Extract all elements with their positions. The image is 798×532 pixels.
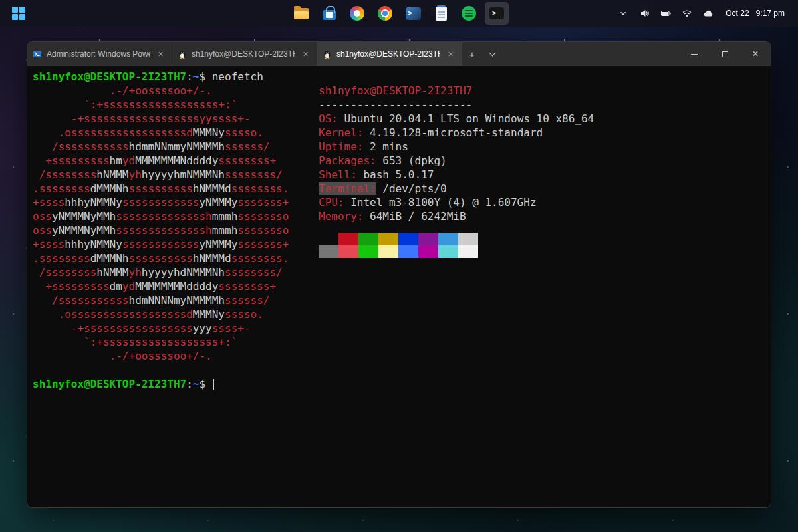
- tab-close-icon[interactable]: [445, 49, 456, 60]
- palette-swatch: [338, 245, 358, 258]
- command-text: neofetch: [212, 70, 263, 83]
- battery-button[interactable]: [656, 3, 675, 23]
- start-button[interactable]: [7, 2, 31, 25]
- taskbar: Oct 22 9:17 pm: [0, 0, 798, 27]
- chrome-icon: [378, 6, 392, 21]
- info-line: Memory: 64MiB / 6242MiB: [319, 209, 594, 223]
- prompt-user-host: sh1nyfox@DESKTOP-2I23TH7: [33, 378, 186, 390]
- taskbar-icon-microsoft-store[interactable]: [317, 2, 341, 25]
- taskbar-icon-notepad[interactable]: [429, 2, 453, 25]
- taskbar-time: 9:17 pm: [756, 9, 785, 18]
- tab-bar: Administrator: Windows PowerS sh1nyfox@D…: [27, 42, 771, 66]
- color-palette: [319, 233, 594, 258]
- palette-swatch: [378, 233, 398, 245]
- desktop-wallpaper: Oct 22 9:17 pm Administrator: Windows Po…: [0, 0, 798, 532]
- tab-wsl-root[interactable]: sh1nyfox@DESKTOP-2I23TH7: /: [172, 42, 317, 66]
- tab-close-icon[interactable]: [300, 49, 311, 60]
- terminal-content[interactable]: sh1nyfox@DESKTOP-2I23TH7:~$ neofetch .-/…: [27, 66, 771, 507]
- taskbar-icon-green-app[interactable]: [457, 2, 481, 25]
- tab-close-icon[interactable]: [155, 49, 166, 60]
- palette-swatch: [319, 245, 338, 258]
- info-line: Uptime: 2 mins: [319, 140, 594, 154]
- palette-swatch: [398, 233, 418, 245]
- tab-title: Administrator: Windows PowerS: [47, 49, 150, 59]
- palette-swatch: [438, 245, 458, 258]
- close-button[interactable]: [740, 42, 771, 66]
- info-line: Kernel: 4.19.128-microsoft-standard: [319, 126, 594, 140]
- info-line: Shell: bash 5.0.17: [319, 168, 594, 182]
- palette-swatch: [438, 233, 458, 245]
- minimize-button[interactable]: [679, 42, 710, 66]
- notepad-icon: [436, 7, 447, 21]
- tab-powershell[interactable]: Administrator: Windows PowerS: [27, 42, 172, 66]
- taskbar-icon-chrome[interactable]: [373, 2, 397, 25]
- prompt-user-host: sh1nyfox@DESKTOP-2I23TH7: [33, 70, 186, 83]
- cloud-icon: [702, 8, 714, 19]
- palette-swatch: [358, 233, 378, 245]
- onedrive-button[interactable]: [699, 3, 718, 23]
- palette-swatch: [358, 245, 378, 258]
- maximize-icon: [722, 51, 728, 57]
- taskbar-icon-file-explorer[interactable]: [289, 2, 313, 25]
- prompt-line-history: sh1nyfox@DESKTOP-2I23TH7:~$ neofetch: [33, 70, 765, 84]
- tux-icon: [323, 49, 332, 59]
- palette-swatch: [319, 233, 338, 245]
- speaker-icon: [639, 8, 650, 19]
- neofetch-separator: ------------------------: [319, 98, 594, 112]
- terminal-icon: [489, 7, 505, 20]
- palette-swatch: [338, 233, 358, 245]
- info-line: OS: Ubuntu 20.04.1 LTS on Windows 10 x86…: [319, 112, 594, 126]
- powershell-icon: [406, 7, 421, 20]
- info-lines: OS: Ubuntu 20.04.1 LTS on Windows 10 x86…: [319, 112, 594, 223]
- text-cursor: [213, 379, 214, 390]
- terminal-window: Administrator: Windows PowerS sh1nyfox@D…: [27, 41, 771, 508]
- tab-title: sh1nyfox@DESKTOP-2I23TH7: ~: [336, 49, 440, 59]
- store-bag-icon: [323, 10, 336, 20]
- neofetch-title: sh1nyfox@DESKTOP-2I23TH7: [319, 84, 594, 98]
- system-tray: Oct 22 9:17 pm: [614, 3, 798, 23]
- tab-dropdown-button[interactable]: [482, 42, 502, 66]
- window-controls: [679, 42, 771, 66]
- info-line: CPU: Intel m3-8100Y (4) @ 1.607GHz: [319, 196, 594, 209]
- titlebar-drag-area[interactable]: [502, 42, 679, 66]
- new-tab-button[interactable]: +: [462, 42, 482, 66]
- chevron-down-icon: [489, 50, 495, 57]
- chevron-down-icon: [618, 9, 628, 18]
- palette-swatch: [458, 245, 478, 258]
- palette-swatch: [378, 245, 398, 258]
- taskbar-icon-powershell[interactable]: [401, 2, 425, 25]
- tab-title: sh1nyfox@DESKTOP-2I23TH7: /: [192, 49, 295, 59]
- windows-logo-icon: [12, 7, 25, 20]
- taskbar-icon-windows-terminal[interactable]: [485, 2, 509, 25]
- taskbar-app-icons: [289, 2, 509, 25]
- palette-swatch: [418, 245, 438, 258]
- tab-wsl-home-active[interactable]: sh1nyfox@DESKTOP-2I23TH7: ~: [317, 42, 462, 66]
- palette-swatch: [458, 233, 478, 245]
- info-line: Terminal: /dev/pts/0: [319, 182, 594, 196]
- green-app-icon: [462, 6, 476, 21]
- tux-icon: [178, 49, 187, 59]
- maximize-button[interactable]: [710, 42, 740, 66]
- taskbar-clock[interactable]: Oct 22 9:17 pm: [720, 6, 790, 21]
- neofetch-info: sh1nyfox@DESKTOP-2I23TH7 ---------------…: [319, 84, 594, 258]
- wifi-icon: [682, 8, 692, 19]
- battery-icon: [660, 8, 672, 19]
- folder-icon: [294, 8, 309, 19]
- neofetch-output: .-/+oossssoo+/-. `:+ssssssssssssssssss+:…: [33, 84, 765, 363]
- taskbar-date: Oct 22: [726, 9, 749, 18]
- volume-button[interactable]: [635, 3, 654, 23]
- paint-palette-icon: [350, 6, 364, 21]
- minimize-icon: [691, 54, 698, 55]
- show-hidden-icons-chevron[interactable]: [614, 3, 632, 23]
- info-line: Packages: 653 (dpkg): [319, 154, 594, 168]
- blank-line: [33, 363, 765, 377]
- prompt-line-current[interactable]: sh1nyfox@DESKTOP-2I23TH7:~$: [33, 377, 765, 391]
- network-button[interactable]: [678, 3, 696, 23]
- palette-swatch: [398, 245, 418, 258]
- taskbar-icon-paint[interactable]: [345, 2, 369, 25]
- palette-swatch: [418, 233, 438, 245]
- powershell-icon: [33, 49, 42, 59]
